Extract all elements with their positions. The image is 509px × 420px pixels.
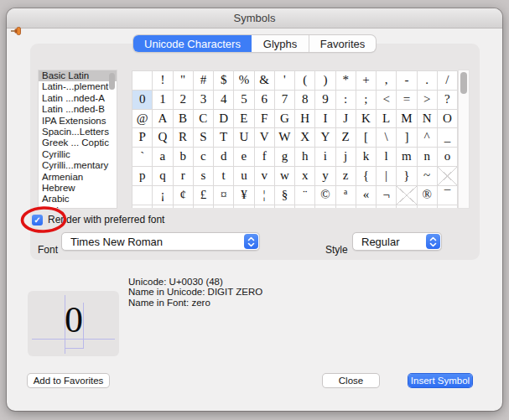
- char-cell[interactable]: ¾: [418, 205, 438, 208]
- char-cell[interactable]: £: [194, 186, 214, 205]
- char-cell[interactable]: .: [418, 71, 438, 91]
- char-cell[interactable]: /: [438, 71, 458, 91]
- char-cell[interactable]: 4: [214, 91, 234, 110]
- char-cell[interactable]: ¹: [315, 205, 335, 208]
- char-cell[interactable]: x: [295, 167, 315, 186]
- char-cell[interactable]: e: [234, 148, 254, 167]
- char-cell[interactable]: [438, 167, 458, 186]
- char-cell[interactable]: <: [377, 91, 397, 110]
- grid-scrollbar-thumb[interactable]: [460, 72, 467, 94]
- char-cell[interactable]: k: [356, 148, 377, 167]
- char-cell[interactable]: :: [336, 91, 356, 110]
- char-cell[interactable]: ^: [418, 128, 438, 148]
- char-cell[interactable]: m: [397, 148, 417, 167]
- char-cell[interactable]: H: [295, 110, 315, 129]
- char-cell[interactable]: L: [377, 110, 397, 129]
- char-cell[interactable]: ¤: [214, 186, 234, 205]
- char-cell[interactable]: (: [295, 71, 315, 91]
- char-cell[interactable]: ¨: [295, 186, 315, 205]
- char-cell[interactable]: ¼: [377, 205, 397, 208]
- char-cell[interactable]: ®: [418, 186, 438, 205]
- char-cell[interactable]: ,: [377, 71, 397, 91]
- char-cell[interactable]: ¶: [255, 205, 275, 208]
- char-cell[interactable]: z: [336, 167, 356, 186]
- char-cell[interactable]: ): [315, 71, 335, 91]
- char-cell[interactable]: I: [315, 110, 335, 129]
- char-cell[interactable]: b: [174, 148, 194, 167]
- char-cell[interactable]: \: [377, 128, 397, 148]
- char-cell[interactable]: X: [295, 128, 315, 148]
- char-cell[interactable]: q: [153, 167, 173, 186]
- char-cell[interactable]: R: [174, 128, 194, 148]
- char-cell[interactable]: |: [377, 167, 397, 186]
- tab-favorites[interactable]: Favorites: [309, 35, 376, 52]
- char-cell[interactable]: F: [255, 110, 275, 129]
- char-cell[interactable]: 3: [194, 91, 214, 110]
- char-cell[interactable]: P: [132, 128, 153, 148]
- char-cell[interactable]: V: [255, 128, 275, 148]
- tab-glyphs[interactable]: Glyphs: [252, 35, 309, 52]
- char-cell[interactable]: ~: [418, 167, 438, 186]
- char-cell[interactable]: $: [214, 71, 234, 91]
- char-cell[interactable]: ·: [275, 205, 295, 208]
- char-cell[interactable]: s: [194, 167, 214, 186]
- char-cell[interactable]: l: [377, 148, 397, 167]
- char-cell[interactable]: d: [214, 148, 234, 167]
- subset-list[interactable]: Basic LatinLatin-...plementLatin ...nded…: [39, 70, 117, 208]
- char-cell[interactable]: %: [234, 71, 254, 91]
- char-cell[interactable]: ´: [214, 205, 234, 208]
- char-cell[interactable]: ': [275, 71, 295, 91]
- char-cell[interactable]: -: [397, 71, 417, 91]
- char-cell[interactable]: w: [275, 167, 295, 186]
- char-cell[interactable]: y: [315, 167, 335, 186]
- char-cell[interactable]: ?: [438, 91, 458, 110]
- font-dropdown-stepper-icon[interactable]: [244, 234, 258, 249]
- character-grid[interactable]: !"#$%&'()*+,-./0123456789:;<=>?@ABCDEFGH…: [132, 70, 458, 208]
- char-cell[interactable]: [397, 186, 417, 205]
- char-cell[interactable]: c: [194, 148, 214, 167]
- char-cell[interactable]: 6: [255, 91, 275, 110]
- char-cell[interactable]: ]: [397, 128, 417, 148]
- char-cell[interactable]: ¥: [234, 186, 254, 205]
- char-cell[interactable]: ;: [356, 91, 377, 110]
- char-cell[interactable]: #: [194, 71, 214, 91]
- char-cell[interactable]: ": [174, 71, 194, 91]
- char-cell[interactable]: @: [132, 110, 153, 129]
- char-cell[interactable]: ª: [336, 186, 356, 205]
- char-cell[interactable]: h: [295, 148, 315, 167]
- char-cell[interactable]: T: [214, 128, 234, 148]
- char-cell[interactable]: J: [336, 110, 356, 129]
- char-cell[interactable]: n: [418, 148, 438, 167]
- char-cell[interactable]: v: [255, 167, 275, 186]
- subset-list-item[interactable]: Latin-...plement: [39, 81, 117, 92]
- char-cell[interactable]: A: [153, 110, 173, 129]
- char-cell[interactable]: >: [418, 91, 438, 110]
- char-cell[interactable]: ©: [315, 186, 335, 205]
- char-cell[interactable]: g: [275, 148, 295, 167]
- subset-list-item[interactable]: Greek ... Coptic: [39, 137, 117, 148]
- close-button[interactable]: Close: [323, 374, 379, 387]
- char-cell[interactable]: j: [336, 148, 356, 167]
- char-cell[interactable]: µ: [234, 205, 254, 208]
- char-cell[interactable]: ¯: [438, 186, 458, 205]
- char-cell[interactable]: °: [132, 205, 153, 208]
- font-dropdown[interactable]: Times New Roman: [61, 232, 260, 251]
- char-cell[interactable]: º: [336, 205, 356, 208]
- char-cell[interactable]: ±: [153, 205, 173, 208]
- char-cell[interactable]: ³: [194, 205, 214, 208]
- char-cell[interactable]: 1: [153, 91, 173, 110]
- subset-list-item[interactable]: Basic Latin: [39, 70, 117, 81]
- char-cell[interactable]: §: [275, 186, 295, 205]
- char-cell[interactable]: 5: [234, 91, 254, 110]
- char-cell[interactable]: Q: [153, 128, 173, 148]
- grid-scrollbar[interactable]: [459, 70, 469, 208]
- titlebar[interactable]: Symbols: [7, 8, 502, 29]
- char-cell[interactable]: 2: [174, 91, 194, 110]
- tab-unicode-characters[interactable]: Unicode Characters: [133, 35, 252, 52]
- char-cell[interactable]: W: [275, 128, 295, 148]
- char-cell[interactable]: ¦: [255, 186, 275, 205]
- char-cell[interactable]: t: [214, 167, 234, 186]
- char-cell[interactable]: Z: [336, 128, 356, 148]
- add-to-favorites-button[interactable]: Add to Favorites: [28, 374, 109, 387]
- char-cell[interactable]: }: [397, 167, 417, 186]
